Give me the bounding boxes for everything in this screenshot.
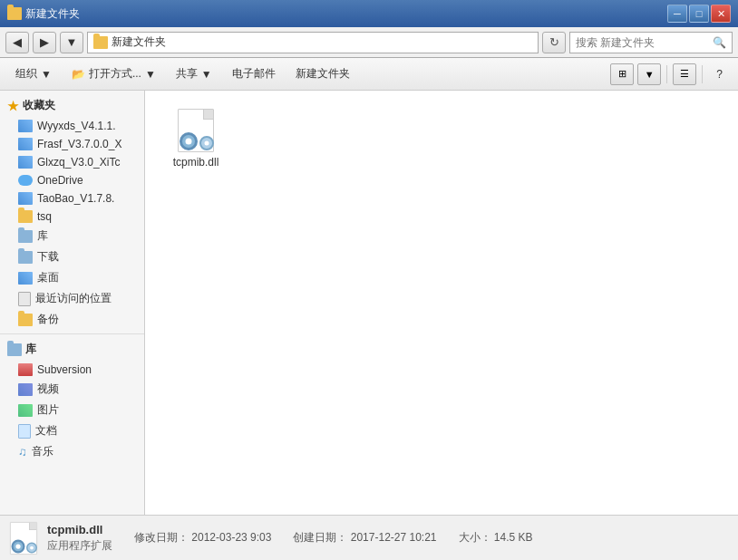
sidebar-item-label: 视频 xyxy=(37,381,59,397)
close-button[interactable]: ✕ xyxy=(711,5,731,23)
folder-blue-icon xyxy=(18,230,33,243)
email-label: 电子邮件 xyxy=(232,66,276,82)
created-value: 2017-12-27 10:21 xyxy=(351,531,437,544)
open-arrow-icon: ▼ xyxy=(145,68,156,81)
stack-icon xyxy=(18,120,33,132)
minimize-button[interactable]: ─ xyxy=(667,5,687,23)
music-icon: ♫ xyxy=(18,445,27,459)
sidebar-item-music[interactable]: ♫ 音乐 xyxy=(0,441,144,462)
toolbar-separator2 xyxy=(702,65,703,83)
help-button[interactable]: ? xyxy=(708,62,731,87)
view-button[interactable]: ⊞ xyxy=(610,63,634,85)
search-icon: 🔍 xyxy=(713,36,726,49)
address-path[interactable]: 新建文件夹 xyxy=(87,32,539,53)
status-filename: tcpmib.dll xyxy=(47,523,112,536)
sidebar-item-subversion[interactable]: Subversion xyxy=(0,361,144,379)
window-icon xyxy=(7,7,22,20)
sidebar-item-documents[interactable]: 文档 xyxy=(0,420,144,441)
file-item-tcpmib[interactable]: tcpmib.dll xyxy=(160,105,232,172)
share-button[interactable]: 共享 ▼ xyxy=(168,62,220,87)
dll-gear1-icon xyxy=(180,132,198,150)
file-area: tcpmib.dll xyxy=(145,91,738,515)
recent-icon xyxy=(18,292,31,306)
search-box[interactable]: 🔍 xyxy=(569,32,733,53)
stack-icon xyxy=(18,156,33,169)
sidebar-item-label: 桌面 xyxy=(37,270,59,285)
sidebar-item-label: 音乐 xyxy=(32,444,53,459)
open-with-button[interactable]: 📂 打开方式... ▼ xyxy=(63,62,164,87)
folder-icon xyxy=(18,210,33,223)
new-folder-button[interactable]: 新建文件夹 xyxy=(287,62,358,87)
address-bar: ◀ ▶ ▼ 新建文件夹 ↻ 🔍 xyxy=(0,27,738,58)
sidebar-item-label: Subversion xyxy=(37,363,92,376)
search-input[interactable] xyxy=(576,36,709,49)
title-bar-controls: ─ □ ✕ xyxy=(667,5,731,23)
sidebar-item-images[interactable]: 图片 xyxy=(0,400,144,420)
organize-label: 组织 xyxy=(15,66,37,82)
sidebar-item-label: Frasf_V3.7.0.0_X xyxy=(37,138,121,150)
sidebar-item-label: tsq xyxy=(37,210,52,223)
sidebar-item-wyyxds[interactable]: Wyyxds_V4.1.1. xyxy=(0,117,144,135)
stack-icon xyxy=(18,138,33,150)
sidebar-item-frasf[interactable]: Frasf_V3.7.0.0_X xyxy=(0,135,144,153)
title-bar-left: 新建文件夹 xyxy=(7,6,80,22)
size-label: 大小： xyxy=(459,531,491,544)
created-date: 创建日期： 2017-12-27 10:21 xyxy=(293,530,436,546)
sidebar-item-label: Wyyxds_V4.1.1. xyxy=(37,120,116,132)
sidebar-item-label: 备份 xyxy=(37,312,59,327)
sidebar-item-backup[interactable]: 备份 xyxy=(0,309,144,330)
sidebar-item-ku[interactable]: 库 xyxy=(0,226,144,246)
library-header[interactable]: 库 xyxy=(0,338,144,361)
sidebar-item-label: 库 xyxy=(37,228,48,244)
recent-locations-button[interactable]: ▼ xyxy=(60,32,83,53)
doc-icon xyxy=(18,424,31,439)
favorites-header[interactable]: ★ 收藏夹 xyxy=(0,94,144,117)
subversion-icon xyxy=(18,363,33,376)
library-label: 库 xyxy=(25,342,36,357)
main-area: ★ 收藏夹 Wyyxds_V4.1.1. Frasf_V3.7.0.0_X Gl… xyxy=(0,91,738,515)
sidebar-item-label: 图片 xyxy=(37,402,59,418)
folder-blue-icon xyxy=(18,251,33,264)
sidebar: ★ 收藏夹 Wyyxds_V4.1.1. Frasf_V3.7.0.0_X Gl… xyxy=(0,91,145,515)
toolbar-separator xyxy=(666,65,667,83)
email-button[interactable]: 电子邮件 xyxy=(224,62,284,87)
sidebar-item-label: 最近访问的位置 xyxy=(35,291,112,306)
sidebar-item-video[interactable]: 视频 xyxy=(0,379,144,400)
file-name: tcpmib.dll xyxy=(173,156,219,169)
refresh-button[interactable]: ↻ xyxy=(542,32,566,53)
sidebar-item-recent[interactable]: 最近访问的位置 xyxy=(0,288,144,309)
organize-button[interactable]: 组织 ▼ xyxy=(7,62,60,87)
modified-date: 修改日期： 2012-03-23 9:03 xyxy=(134,530,271,546)
sidebar-item-onedrive[interactable]: OneDrive xyxy=(0,171,144,189)
window-title: 新建文件夹 xyxy=(25,6,80,22)
stack-icon xyxy=(18,192,33,205)
video-icon xyxy=(18,383,33,396)
modified-value: 2012-03-23 9:03 xyxy=(191,531,271,544)
sidebar-item-desktop[interactable]: 桌面 xyxy=(0,267,144,288)
organize-arrow-icon: ▼ xyxy=(41,68,52,81)
sidebar-item-label: TaoBao_V1.7.8. xyxy=(37,192,114,205)
help-label: ? xyxy=(716,68,723,81)
maximize-button[interactable]: □ xyxy=(689,5,709,23)
sidebar-item-taobao[interactable]: TaoBao_V1.7.8. xyxy=(0,189,144,208)
sidebar-item-glxzq[interactable]: Glxzq_V3.0_XiTc xyxy=(0,153,144,171)
forward-button[interactable]: ▶ xyxy=(33,32,56,53)
share-arrow-icon: ▼ xyxy=(201,68,212,81)
status-filetype: 应用程序扩展 xyxy=(47,538,112,554)
back-button[interactable]: ◀ xyxy=(5,32,29,53)
new-folder-label: 新建文件夹 xyxy=(296,66,350,82)
details-view-button[interactable]: ☰ xyxy=(673,63,696,85)
dll-file-icon xyxy=(174,109,218,152)
sidebar-item-tsq[interactable]: tsq xyxy=(0,208,144,226)
path-folder-icon xyxy=(93,36,108,49)
size-value: 14.5 KB xyxy=(494,531,533,544)
sidebar-item-download[interactable]: 下载 xyxy=(0,246,144,267)
sidebar-item-label: 文档 xyxy=(35,423,57,439)
status-bar: tcpmib.dll 应用程序扩展 修改日期： 2012-03-23 9:03 … xyxy=(0,515,738,560)
image-icon xyxy=(18,404,33,417)
library-folder-icon xyxy=(7,343,22,356)
modified-label: 修改日期： xyxy=(134,531,189,544)
toolbar: 组织 ▼ 📂 打开方式... ▼ 共享 ▼ 电子邮件 新建文件夹 ⊞ ▼ ☰ ? xyxy=(0,58,738,91)
view-dropdown-button[interactable]: ▼ xyxy=(637,63,661,85)
star-icon: ★ xyxy=(7,99,19,113)
